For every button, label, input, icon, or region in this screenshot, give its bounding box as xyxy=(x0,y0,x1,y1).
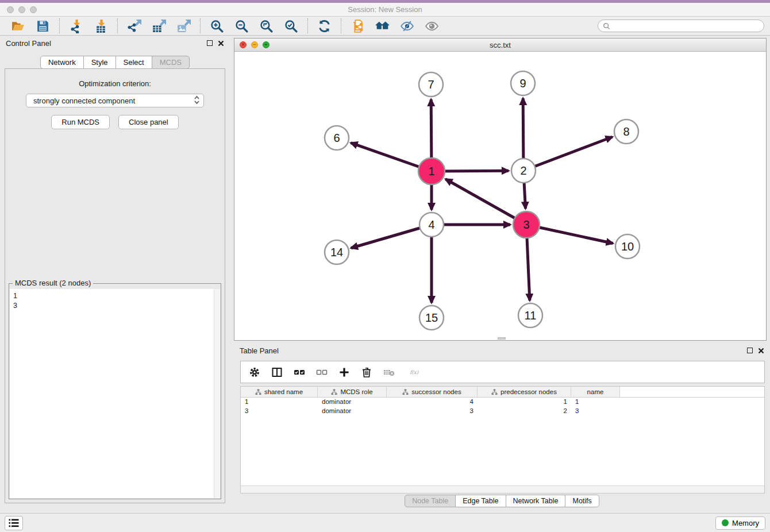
column-header-label: predecessor nodes xyxy=(500,388,557,395)
tab-network-table[interactable]: Network Table xyxy=(506,495,566,507)
close-panel-icon[interactable] xyxy=(218,40,224,47)
optimization-select[interactable]: strongly connected component xyxy=(26,94,204,107)
svg-text:8: 8 xyxy=(623,125,629,138)
optimization-select-value: strongly connected component xyxy=(33,97,135,105)
tab-network[interactable]: Network xyxy=(40,56,84,69)
svg-text:2: 2 xyxy=(520,164,526,177)
memory-status-icon xyxy=(722,519,729,526)
export-table-icon[interactable] xyxy=(151,18,167,34)
node-10[interactable]: 10 xyxy=(615,234,640,259)
network-window-titlebar[interactable]: × − + scc.txt xyxy=(234,38,766,52)
node-9[interactable]: 9 xyxy=(511,71,535,95)
search-input[interactable] xyxy=(613,22,759,30)
home-icon[interactable] xyxy=(375,18,390,34)
clone-network-icon[interactable] xyxy=(350,18,365,34)
float-panel-icon[interactable] xyxy=(207,40,213,46)
column-header-shared-name[interactable]: shared name xyxy=(241,387,318,397)
table-cell[interactable]: 3 xyxy=(571,407,620,416)
node-11[interactable]: 11 xyxy=(518,303,542,327)
table-toolbar: f(x) xyxy=(240,361,765,383)
zoom-in-icon[interactable] xyxy=(209,18,225,34)
node-3[interactable]: 3 xyxy=(513,211,540,238)
list-icon xyxy=(9,519,19,527)
node-1[interactable]: 1 xyxy=(418,158,445,184)
table-cell[interactable]: 1 xyxy=(478,398,571,407)
network-graph[interactable]: 7968124314101511 xyxy=(234,52,766,340)
column-header-label: successor nodes xyxy=(411,388,461,395)
tab-mcds[interactable]: MCDS xyxy=(152,56,190,69)
network-canvas[interactable]: 7968124314101511 xyxy=(234,52,766,340)
node-4[interactable]: 4 xyxy=(419,213,444,237)
tab-motifs[interactable]: Motifs xyxy=(565,495,599,507)
table-cell[interactable]: 4 xyxy=(387,398,478,407)
mcds-result-area[interactable]: 1 3 xyxy=(10,289,220,498)
table-row[interactable]: 1dominator411 xyxy=(241,398,764,407)
save-session-icon[interactable] xyxy=(35,18,51,34)
zoom-fit-icon[interactable] xyxy=(259,18,274,34)
column-sort-icon xyxy=(331,389,337,395)
node-6[interactable]: 6 xyxy=(325,126,349,150)
table-row[interactable]: 3dominator323 xyxy=(241,407,764,416)
close-table-panel-icon[interactable] xyxy=(758,348,764,354)
svg-text:3: 3 xyxy=(523,218,529,231)
node-15[interactable]: 15 xyxy=(419,306,444,330)
refresh-icon[interactable] xyxy=(317,18,332,34)
result-scrollbar[interactable] xyxy=(214,289,220,498)
run-mcds-button[interactable]: Run MCDS xyxy=(51,115,110,129)
toolbar-separator xyxy=(59,18,60,33)
column-header-name[interactable]: name xyxy=(571,387,620,397)
select-all-icon[interactable] xyxy=(293,366,306,379)
import-table-icon[interactable] xyxy=(93,18,109,34)
svg-text:14: 14 xyxy=(330,246,343,259)
column-sort-icon xyxy=(491,389,498,395)
tab-edge-table[interactable]: Edge Table xyxy=(455,495,506,507)
table-hscrollbar[interactable] xyxy=(241,485,764,493)
edge-2-8[interactable] xyxy=(523,137,613,171)
table-cell[interactable]: dominator xyxy=(318,407,387,416)
gear-icon[interactable] xyxy=(248,366,261,379)
table-panel: Table Panel f(x) shared nameMCDS rolesuc… xyxy=(234,343,770,510)
node-7[interactable]: 7 xyxy=(419,72,443,97)
task-history-button[interactable] xyxy=(5,516,23,530)
columns-icon[interactable] xyxy=(271,366,283,379)
search-box[interactable] xyxy=(598,20,764,32)
zoom-selected-icon[interactable] xyxy=(283,18,299,34)
table-cell[interactable]: 2 xyxy=(478,407,571,416)
node-2[interactable]: 2 xyxy=(511,159,536,183)
open-file-icon[interactable] xyxy=(10,18,26,34)
table-panel-title: Table Panel xyxy=(240,346,279,355)
table-cell[interactable]: 3 xyxy=(241,407,318,416)
table-header-row: shared nameMCDS rolesuccessor nodesprede… xyxy=(241,387,764,398)
close-panel-button[interactable]: Close panel xyxy=(118,115,179,129)
table-cell[interactable]: dominator xyxy=(318,398,387,407)
chevron-updown-icon xyxy=(194,95,200,106)
column-header-successor-nodes[interactable]: successor nodes xyxy=(387,387,478,397)
svg-text:4: 4 xyxy=(428,218,434,231)
column-header-label: MCDS role xyxy=(340,388,372,395)
window-resize-handle[interactable] xyxy=(498,337,506,340)
tab-style[interactable]: Style xyxy=(83,56,116,69)
memory-button[interactable]: Memory xyxy=(715,516,765,530)
delete-row-icon[interactable] xyxy=(360,366,373,379)
table-cell[interactable]: 1 xyxy=(241,398,318,407)
table-cell[interactable]: 3 xyxy=(387,407,478,416)
import-network-icon[interactable] xyxy=(68,18,84,34)
table-body: 1dominator4113dominator323 xyxy=(241,398,764,416)
node-14[interactable]: 14 xyxy=(325,240,349,264)
node-table[interactable]: shared nameMCDS rolesuccessor nodesprede… xyxy=(240,386,765,494)
float-table-panel-icon[interactable] xyxy=(747,348,753,353)
deselect-all-icon[interactable] xyxy=(315,366,328,379)
export-image-icon[interactable] xyxy=(176,18,191,34)
table-cell[interactable]: 1 xyxy=(571,398,620,407)
column-header-MCDS-role[interactable]: MCDS role xyxy=(318,387,387,397)
toolbar-separator xyxy=(117,18,118,33)
hide-eye-icon[interactable] xyxy=(399,18,415,34)
column-header-predecessor-nodes[interactable]: predecessor nodes xyxy=(478,387,571,397)
zoom-out-icon[interactable] xyxy=(234,18,249,34)
node-8[interactable]: 8 xyxy=(614,119,638,144)
tab-select[interactable]: Select xyxy=(116,56,152,69)
show-eye-icon[interactable] xyxy=(424,18,440,34)
export-network-icon[interactable] xyxy=(126,18,142,34)
tab-node-table[interactable]: Node Table xyxy=(405,495,456,507)
add-row-icon[interactable] xyxy=(338,366,351,379)
